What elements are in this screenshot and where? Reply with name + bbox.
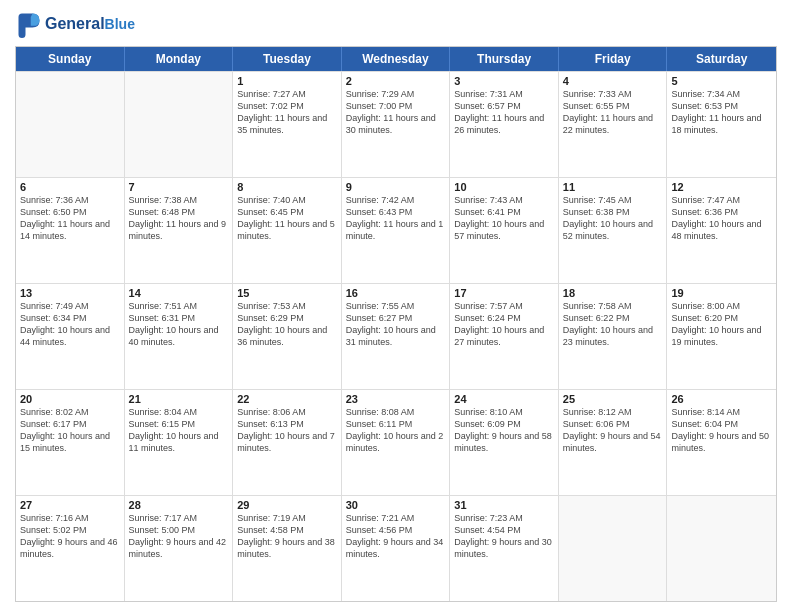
day-number: 29: [237, 499, 337, 511]
day-number: 15: [237, 287, 337, 299]
calendar-row-0: 1Sunrise: 7:27 AM Sunset: 7:02 PM Daylig…: [16, 71, 776, 177]
day-number: 12: [671, 181, 772, 193]
calendar-cell: 1Sunrise: 7:27 AM Sunset: 7:02 PM Daylig…: [233, 72, 342, 177]
cell-info: Sunrise: 7:16 AM Sunset: 5:02 PM Dayligh…: [20, 512, 120, 561]
cell-info: Sunrise: 8:04 AM Sunset: 6:15 PM Dayligh…: [129, 406, 229, 455]
calendar-row-1: 6Sunrise: 7:36 AM Sunset: 6:50 PM Daylig…: [16, 177, 776, 283]
day-number: 11: [563, 181, 663, 193]
calendar-cell: 21Sunrise: 8:04 AM Sunset: 6:15 PM Dayli…: [125, 390, 234, 495]
day-number: 5: [671, 75, 772, 87]
cell-info: Sunrise: 7:33 AM Sunset: 6:55 PM Dayligh…: [563, 88, 663, 137]
calendar-cell: 31Sunrise: 7:23 AM Sunset: 4:54 PM Dayli…: [450, 496, 559, 601]
day-number: 27: [20, 499, 120, 511]
cell-info: Sunrise: 7:47 AM Sunset: 6:36 PM Dayligh…: [671, 194, 772, 243]
weekday-header-saturday: Saturday: [667, 47, 776, 71]
page: GeneralBlue SundayMondayTuesdayWednesday…: [0, 0, 792, 612]
calendar-cell: [16, 72, 125, 177]
cell-info: Sunrise: 8:10 AM Sunset: 6:09 PM Dayligh…: [454, 406, 554, 455]
day-number: 9: [346, 181, 446, 193]
cell-info: Sunrise: 7:53 AM Sunset: 6:29 PM Dayligh…: [237, 300, 337, 349]
calendar-cell: 29Sunrise: 7:19 AM Sunset: 4:58 PM Dayli…: [233, 496, 342, 601]
cell-info: Sunrise: 8:00 AM Sunset: 6:20 PM Dayligh…: [671, 300, 772, 349]
calendar-cell: 28Sunrise: 7:17 AM Sunset: 5:00 PM Dayli…: [125, 496, 234, 601]
day-number: 3: [454, 75, 554, 87]
day-number: 17: [454, 287, 554, 299]
calendar-cell: 24Sunrise: 8:10 AM Sunset: 6:09 PM Dayli…: [450, 390, 559, 495]
calendar-cell: 25Sunrise: 8:12 AM Sunset: 6:06 PM Dayli…: [559, 390, 668, 495]
calendar-row-4: 27Sunrise: 7:16 AM Sunset: 5:02 PM Dayli…: [16, 495, 776, 601]
cell-info: Sunrise: 7:19 AM Sunset: 4:58 PM Dayligh…: [237, 512, 337, 561]
calendar-cell: 23Sunrise: 8:08 AM Sunset: 6:11 PM Dayli…: [342, 390, 451, 495]
cell-info: Sunrise: 7:34 AM Sunset: 6:53 PM Dayligh…: [671, 88, 772, 137]
cell-info: Sunrise: 7:49 AM Sunset: 6:34 PM Dayligh…: [20, 300, 120, 349]
calendar-cell: 22Sunrise: 8:06 AM Sunset: 6:13 PM Dayli…: [233, 390, 342, 495]
cell-info: Sunrise: 8:12 AM Sunset: 6:06 PM Dayligh…: [563, 406, 663, 455]
logo: GeneralBlue: [15, 10, 135, 38]
day-number: 24: [454, 393, 554, 405]
calendar-row-2: 13Sunrise: 7:49 AM Sunset: 6:34 PM Dayli…: [16, 283, 776, 389]
calendar-cell: 20Sunrise: 8:02 AM Sunset: 6:17 PM Dayli…: [16, 390, 125, 495]
calendar-cell: 3Sunrise: 7:31 AM Sunset: 6:57 PM Daylig…: [450, 72, 559, 177]
day-number: 2: [346, 75, 446, 87]
weekday-header-wednesday: Wednesday: [342, 47, 451, 71]
day-number: 30: [346, 499, 446, 511]
cell-info: Sunrise: 7:57 AM Sunset: 6:24 PM Dayligh…: [454, 300, 554, 349]
day-number: 18: [563, 287, 663, 299]
calendar-cell: 8Sunrise: 7:40 AM Sunset: 6:45 PM Daylig…: [233, 178, 342, 283]
header: GeneralBlue: [15, 10, 777, 38]
day-number: 8: [237, 181, 337, 193]
calendar-cell: 4Sunrise: 7:33 AM Sunset: 6:55 PM Daylig…: [559, 72, 668, 177]
day-number: 14: [129, 287, 229, 299]
cell-info: Sunrise: 7:23 AM Sunset: 4:54 PM Dayligh…: [454, 512, 554, 561]
calendar-cell: 2Sunrise: 7:29 AM Sunset: 7:00 PM Daylig…: [342, 72, 451, 177]
cell-info: Sunrise: 8:02 AM Sunset: 6:17 PM Dayligh…: [20, 406, 120, 455]
cell-info: Sunrise: 7:31 AM Sunset: 6:57 PM Dayligh…: [454, 88, 554, 137]
calendar-cell: 7Sunrise: 7:38 AM Sunset: 6:48 PM Daylig…: [125, 178, 234, 283]
cell-info: Sunrise: 7:17 AM Sunset: 5:00 PM Dayligh…: [129, 512, 229, 561]
cell-info: Sunrise: 7:43 AM Sunset: 6:41 PM Dayligh…: [454, 194, 554, 243]
calendar-body: 1Sunrise: 7:27 AM Sunset: 7:02 PM Daylig…: [16, 71, 776, 601]
day-number: 6: [20, 181, 120, 193]
day-number: 31: [454, 499, 554, 511]
calendar-cell: [125, 72, 234, 177]
cell-info: Sunrise: 7:29 AM Sunset: 7:00 PM Dayligh…: [346, 88, 446, 137]
calendar-cell: 5Sunrise: 7:34 AM Sunset: 6:53 PM Daylig…: [667, 72, 776, 177]
weekday-header-thursday: Thursday: [450, 47, 559, 71]
calendar-header: SundayMondayTuesdayWednesdayThursdayFrid…: [16, 47, 776, 71]
weekday-header-sunday: Sunday: [16, 47, 125, 71]
calendar-cell: 10Sunrise: 7:43 AM Sunset: 6:41 PM Dayli…: [450, 178, 559, 283]
calendar-cell: 16Sunrise: 7:55 AM Sunset: 6:27 PM Dayli…: [342, 284, 451, 389]
day-number: 16: [346, 287, 446, 299]
cell-info: Sunrise: 7:40 AM Sunset: 6:45 PM Dayligh…: [237, 194, 337, 243]
calendar-cell: [559, 496, 668, 601]
cell-info: Sunrise: 8:14 AM Sunset: 6:04 PM Dayligh…: [671, 406, 772, 455]
calendar-cell: 14Sunrise: 7:51 AM Sunset: 6:31 PM Dayli…: [125, 284, 234, 389]
cell-info: Sunrise: 7:38 AM Sunset: 6:48 PM Dayligh…: [129, 194, 229, 243]
cell-info: Sunrise: 7:36 AM Sunset: 6:50 PM Dayligh…: [20, 194, 120, 243]
cell-info: Sunrise: 8:06 AM Sunset: 6:13 PM Dayligh…: [237, 406, 337, 455]
cell-info: Sunrise: 7:51 AM Sunset: 6:31 PM Dayligh…: [129, 300, 229, 349]
weekday-header-monday: Monday: [125, 47, 234, 71]
day-number: 26: [671, 393, 772, 405]
calendar-cell: 27Sunrise: 7:16 AM Sunset: 5:02 PM Dayli…: [16, 496, 125, 601]
day-number: 22: [237, 393, 337, 405]
day-number: 13: [20, 287, 120, 299]
day-number: 28: [129, 499, 229, 511]
day-number: 7: [129, 181, 229, 193]
cell-info: Sunrise: 8:08 AM Sunset: 6:11 PM Dayligh…: [346, 406, 446, 455]
logo-text: GeneralBlue: [45, 15, 135, 33]
calendar-cell: 15Sunrise: 7:53 AM Sunset: 6:29 PM Dayli…: [233, 284, 342, 389]
calendar-cell: 19Sunrise: 8:00 AM Sunset: 6:20 PM Dayli…: [667, 284, 776, 389]
day-number: 19: [671, 287, 772, 299]
calendar-cell: 9Sunrise: 7:42 AM Sunset: 6:43 PM Daylig…: [342, 178, 451, 283]
calendar-cell: 18Sunrise: 7:58 AM Sunset: 6:22 PM Dayli…: [559, 284, 668, 389]
calendar-cell: 12Sunrise: 7:47 AM Sunset: 6:36 PM Dayli…: [667, 178, 776, 283]
day-number: 25: [563, 393, 663, 405]
calendar-cell: 17Sunrise: 7:57 AM Sunset: 6:24 PM Dayli…: [450, 284, 559, 389]
logo-icon: [15, 10, 43, 38]
calendar-cell: 26Sunrise: 8:14 AM Sunset: 6:04 PM Dayli…: [667, 390, 776, 495]
day-number: 21: [129, 393, 229, 405]
cell-info: Sunrise: 7:42 AM Sunset: 6:43 PM Dayligh…: [346, 194, 446, 243]
calendar-cell: 30Sunrise: 7:21 AM Sunset: 4:56 PM Dayli…: [342, 496, 451, 601]
cell-info: Sunrise: 7:58 AM Sunset: 6:22 PM Dayligh…: [563, 300, 663, 349]
